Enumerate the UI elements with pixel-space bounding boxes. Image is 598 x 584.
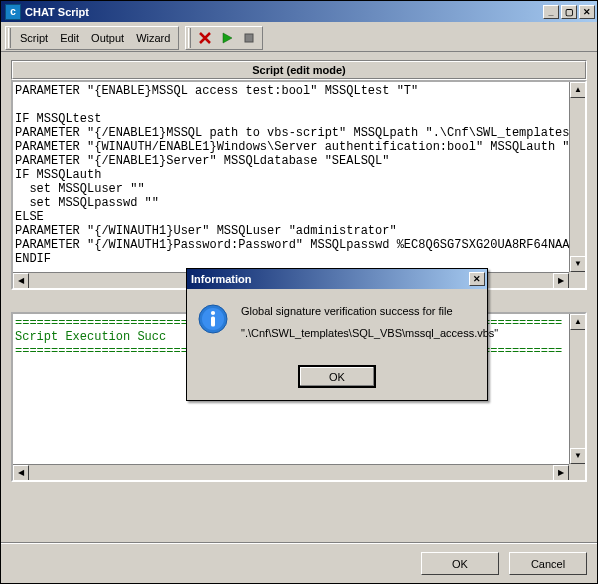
script-editor[interactable]: PARAMETER "{ENABLE}MSSQL access test:boo… bbox=[13, 82, 585, 268]
stop-button[interactable] bbox=[194, 28, 216, 48]
run-button[interactable] bbox=[216, 28, 238, 48]
cancel-button[interactable]: Cancel bbox=[509, 552, 587, 575]
output-vscrollbar[interactable]: ▲ ▼ bbox=[569, 314, 585, 464]
menu-output[interactable]: Output bbox=[85, 30, 130, 46]
text-menu-group: Script Edit Output Wizard bbox=[5, 26, 179, 50]
scroll-down-button[interactable]: ▼ bbox=[570, 256, 586, 272]
script-editor-wrap: PARAMETER "{ENABLE}MSSQL access test:boo… bbox=[11, 80, 587, 290]
svg-point-4 bbox=[211, 311, 215, 315]
menu-edit[interactable]: Edit bbox=[54, 30, 85, 46]
dialog-line1: Global signature verification success fo… bbox=[241, 303, 498, 319]
main-button-row: OK Cancel bbox=[1, 543, 597, 583]
scroll-right-button[interactable]: ▶ bbox=[553, 465, 569, 481]
dialog-button-row: OK bbox=[187, 359, 487, 400]
toolbar-group bbox=[185, 26, 263, 50]
scroll-right-button[interactable]: ▶ bbox=[553, 273, 569, 289]
titlebar: c CHAT Script _ ▢ ✕ bbox=[1, 1, 597, 22]
dialog-close-button[interactable]: ✕ bbox=[469, 272, 485, 286]
dialog-line2: ".\Cnf\SWL_templates\SQL_VBS\mssql_acces… bbox=[241, 325, 498, 341]
dialog-body: Global signature verification success fo… bbox=[187, 289, 487, 359]
close-button[interactable]: ✕ bbox=[579, 5, 595, 19]
editor-section-title: Script (edit mode) bbox=[12, 61, 586, 79]
info-icon bbox=[197, 303, 229, 335]
dialog-title: Information bbox=[191, 273, 252, 285]
ok-button[interactable]: OK bbox=[421, 552, 499, 575]
menu-wizard[interactable]: Wizard bbox=[130, 30, 176, 46]
dialog-ok-button[interactable]: OK bbox=[298, 365, 376, 388]
svg-rect-5 bbox=[211, 317, 215, 327]
information-dialog: Information ✕ Global signature verificat… bbox=[186, 268, 488, 401]
dialog-titlebar: Information ✕ bbox=[187, 269, 487, 289]
play-icon bbox=[220, 31, 234, 45]
scroll-up-button[interactable]: ▲ bbox=[570, 82, 586, 98]
grip bbox=[8, 28, 11, 48]
dialog-text: Global signature verification success fo… bbox=[241, 303, 498, 341]
minimize-button[interactable]: _ bbox=[543, 5, 559, 19]
editor-vscrollbar[interactable]: ▲ ▼ bbox=[569, 82, 585, 272]
output-message: Script Execution Succ bbox=[15, 330, 166, 344]
app-icon: c bbox=[5, 4, 21, 20]
output-hscrollbar[interactable]: ◀ ▶ bbox=[13, 464, 569, 480]
editor-section-header: Script (edit mode) bbox=[11, 60, 587, 80]
scroll-up-button[interactable]: ▲ bbox=[570, 314, 586, 330]
x-icon bbox=[198, 31, 212, 45]
window-title: CHAT Script bbox=[25, 6, 89, 18]
maximize-button[interactable]: ▢ bbox=[561, 5, 577, 19]
square-icon bbox=[242, 31, 256, 45]
svg-marker-0 bbox=[223, 33, 232, 43]
record-button[interactable] bbox=[238, 28, 260, 48]
scroll-left-button[interactable]: ◀ bbox=[13, 273, 29, 289]
scroll-corner bbox=[569, 464, 585, 480]
svg-rect-1 bbox=[245, 34, 253, 42]
menubar: Script Edit Output Wizard bbox=[1, 22, 597, 52]
scroll-corner bbox=[569, 272, 585, 288]
scroll-left-button[interactable]: ◀ bbox=[13, 465, 29, 481]
scroll-down-button[interactable]: ▼ bbox=[570, 448, 586, 464]
menu-script[interactable]: Script bbox=[14, 30, 54, 46]
grip bbox=[188, 28, 191, 48]
